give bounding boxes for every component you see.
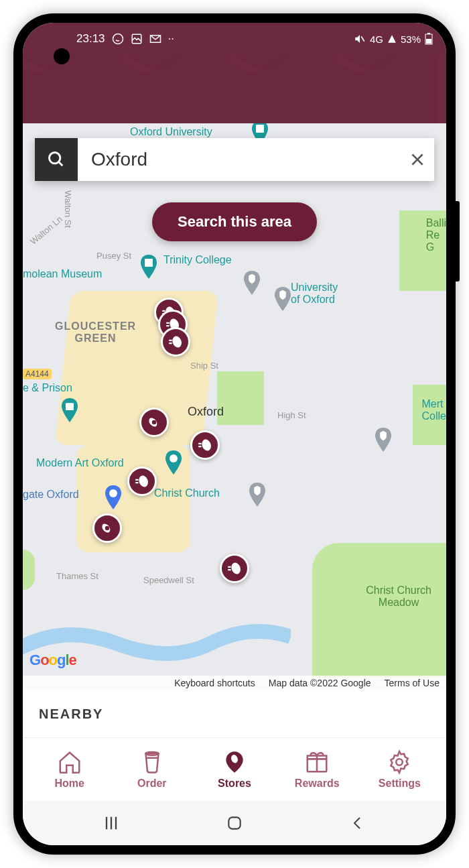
svg-rect-7 bbox=[256, 125, 264, 133]
camera-hole bbox=[54, 48, 70, 64]
clear-button[interactable] bbox=[401, 138, 434, 181]
map-label-oxford-university: Oxford University bbox=[130, 126, 212, 138]
svg-point-17 bbox=[137, 475, 149, 489]
svg-point-29 bbox=[397, 759, 403, 765]
map-label-walton-st: Walton St bbox=[63, 190, 73, 228]
google-logo: Google bbox=[29, 652, 76, 669]
home-icon bbox=[57, 749, 82, 775]
poi-pin bbox=[60, 398, 80, 422]
svg-rect-6 bbox=[426, 39, 431, 44]
map-label-oxford-center: Oxford bbox=[188, 405, 224, 419]
map-label-christ-church-meadow: Christ Church Meadow bbox=[366, 584, 431, 609]
map-label-pusey-st: Pusey St bbox=[96, 251, 131, 261]
map-terms[interactable]: Terms of Use bbox=[385, 678, 440, 688]
map-label-ashmolean: molean Museum bbox=[23, 268, 102, 280]
map-label-university-of-oxford: University of Oxford bbox=[291, 282, 338, 306]
map-label-christ-church: Christ Church bbox=[154, 487, 220, 499]
bottom-nav: Home Order Stores Rewards Settings bbox=[23, 737, 446, 800]
svg-point-14 bbox=[171, 335, 183, 349]
nav-label: Home bbox=[54, 778, 84, 790]
nav-label: Settings bbox=[379, 778, 421, 790]
nav-label: Rewards bbox=[295, 778, 340, 790]
image-icon bbox=[131, 33, 143, 45]
nav-stores[interactable]: Stores bbox=[193, 749, 275, 790]
store-pin[interactable] bbox=[190, 430, 220, 460]
map-data-copyright: Map data ©2022 Google bbox=[269, 678, 371, 688]
android-home-button[interactable] bbox=[214, 810, 255, 836]
android-recent-button[interactable] bbox=[91, 810, 131, 836]
svg-point-10 bbox=[170, 454, 178, 462]
phone-screen: 23:13 ·· 4G 53% bbox=[23, 23, 446, 845]
poi-pin bbox=[273, 287, 293, 311]
store-pin[interactable] bbox=[161, 327, 190, 357]
map-label-merton: Mert Colle bbox=[422, 398, 446, 422]
whatsapp-icon bbox=[112, 33, 124, 45]
signal-icon bbox=[387, 34, 397, 44]
svg-point-18 bbox=[105, 526, 110, 531]
svg-point-16 bbox=[200, 438, 212, 452]
gmail-icon bbox=[149, 33, 161, 45]
map-label-castle-prison: e & Prison bbox=[23, 382, 72, 394]
svg-rect-5 bbox=[427, 33, 430, 34]
search-bar bbox=[35, 138, 434, 181]
status-time: 23:13 bbox=[76, 32, 105, 46]
nav-order[interactable]: Order bbox=[111, 749, 193, 790]
poi-pin bbox=[163, 450, 184, 475]
gift-icon bbox=[304, 749, 330, 775]
store-pin[interactable] bbox=[92, 513, 122, 543]
svg-point-19 bbox=[230, 562, 242, 576]
svg-rect-8 bbox=[145, 259, 153, 267]
poi-pin bbox=[373, 428, 393, 452]
map-label-ship-st: Ship St bbox=[190, 361, 218, 371]
poi-pin bbox=[139, 255, 159, 279]
battery-pct: 53% bbox=[401, 34, 421, 45]
map-label-speedwell-st: Speedwell St bbox=[143, 575, 194, 585]
store-pin[interactable] bbox=[139, 408, 169, 437]
nearby-section[interactable]: NEARBY bbox=[23, 690, 446, 737]
search-icon bbox=[47, 150, 66, 169]
power-button bbox=[456, 201, 460, 282]
nav-label: Stores bbox=[218, 778, 251, 790]
poi-pin bbox=[242, 271, 262, 295]
status-bar: 23:13 ·· 4G 53% bbox=[23, 23, 446, 55]
close-icon bbox=[409, 151, 426, 168]
store-pin[interactable] bbox=[220, 554, 249, 583]
nav-rewards[interactable]: Rewards bbox=[276, 749, 358, 790]
mute-icon bbox=[354, 33, 366, 45]
gear-icon bbox=[387, 749, 412, 775]
search-this-area-button[interactable]: Search this area bbox=[152, 202, 317, 241]
search-button[interactable] bbox=[35, 138, 78, 181]
svg-line-21 bbox=[59, 162, 63, 166]
nav-settings[interactable]: Settings bbox=[358, 749, 441, 790]
map-attribution: Keyboard shortcuts Map data ©2022 Google… bbox=[23, 676, 446, 690]
svg-point-0 bbox=[113, 34, 123, 44]
map-label-high-st: High St bbox=[277, 410, 306, 420]
map-label-trinity-college: Trinity College bbox=[163, 254, 232, 266]
status-more: ·· bbox=[168, 32, 174, 46]
android-nav-bar bbox=[23, 800, 446, 845]
network-type: 4G bbox=[370, 34, 383, 45]
nav-label: Order bbox=[137, 778, 167, 790]
nearby-title: NEARBY bbox=[39, 706, 103, 722]
svg-rect-33 bbox=[228, 817, 240, 828]
map[interactable]: Oxford University Trinity College Univer… bbox=[23, 123, 446, 690]
poi-pin bbox=[247, 483, 267, 507]
poi-pin bbox=[103, 485, 123, 509]
search-input[interactable] bbox=[78, 149, 401, 170]
phone-frame: 23:13 ·· 4G 53% bbox=[13, 13, 456, 855]
map-label-a4144: A4144 bbox=[23, 369, 52, 379]
map-label-gloucester-green: GLOUCESTER GREEN bbox=[55, 320, 136, 345]
map-label-balliol: Balli Re G bbox=[426, 217, 446, 253]
map-keyboard-shortcuts[interactable]: Keyboard shortcuts bbox=[174, 678, 255, 688]
svg-point-15 bbox=[152, 420, 157, 425]
svg-point-20 bbox=[50, 153, 60, 164]
map-label-modern-art: Modern Art Oxford bbox=[36, 457, 124, 469]
battery-icon bbox=[425, 33, 433, 45]
svg-rect-9 bbox=[66, 403, 74, 410]
android-back-button[interactable] bbox=[338, 810, 378, 836]
store-pin[interactable] bbox=[127, 467, 157, 496]
svg-line-3 bbox=[361, 36, 364, 42]
app-header bbox=[23, 55, 446, 123]
nav-home[interactable]: Home bbox=[28, 749, 111, 790]
pin-icon bbox=[222, 749, 247, 775]
